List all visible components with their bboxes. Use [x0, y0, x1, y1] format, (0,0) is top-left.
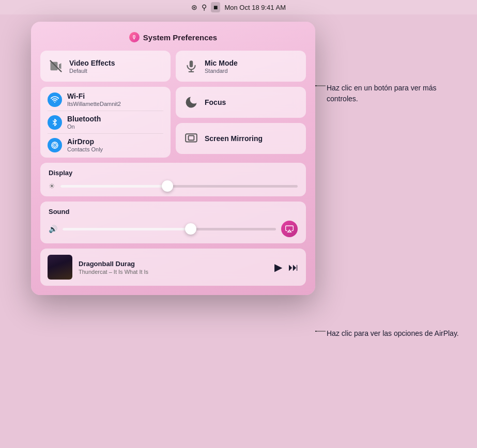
song-info: Dragonball Durag Thundercat – It Is What…	[79, 260, 268, 275]
volume-track[interactable]	[63, 228, 276, 230]
screen-mirroring-info: Screen Mirroring	[205, 134, 263, 143]
airdrop-info: AirDrop Contacts Only	[67, 137, 103, 152]
mic-mode-icon	[183, 58, 199, 74]
focus-info: Focus	[205, 98, 226, 106]
right-col: Focus Screen Mirroring	[176, 87, 306, 158]
wifi-icon-circle	[48, 92, 62, 107]
video-effects-title: Video Effects	[69, 59, 115, 67]
callout2-text: Haz clic para ver las opciones de AirPla…	[327, 328, 467, 339]
mic-mode-info: Mic Mode Standard	[205, 59, 238, 74]
mic-mode-card[interactable]: Mic Mode Standard	[176, 51, 306, 82]
menubar: ⊛ ⚲ ■ Mon Oct 18 9:41 AM	[0, 0, 477, 14]
brightness-fill	[60, 185, 167, 188]
svg-point-14	[315, 331, 317, 332]
top-grid-row: Video Effects Default Mic Mode	[40, 51, 306, 82]
focus-card[interactable]: Focus	[176, 87, 306, 118]
bluetooth-subtitle: On	[67, 123, 101, 130]
svg-marker-10	[288, 230, 291, 232]
video-effects-info: Video Effects Default	[69, 59, 115, 74]
bluetooth-info: Bluetooth On	[67, 115, 101, 130]
screen-mirroring-card[interactable]: Screen Mirroring	[176, 123, 306, 154]
mic-mode-title: Mic Mode	[205, 59, 238, 67]
song-title: Dragonball Durag	[79, 260, 268, 268]
video-effects-header: Video Effects Default	[48, 58, 163, 74]
svg-rect-1	[190, 60, 193, 67]
skip-button[interactable]: ⏭	[288, 261, 299, 273]
control-center-icon[interactable]: ■	[211, 2, 220, 12]
airplay-button[interactable]	[281, 221, 298, 237]
bluetooth-icon-circle	[48, 115, 62, 130]
focus-title: Focus	[205, 98, 226, 106]
callout-2: Haz clic para ver las opciones de AirPla…	[320, 328, 467, 339]
panel-title-row: 🎙 System Preferences	[40, 32, 306, 42]
panel-title: System Preferences	[143, 33, 217, 42]
screen-mirroring-header: Screen Mirroring	[183, 130, 299, 147]
brightness-track[interactable]	[60, 185, 298, 188]
wifi-item[interactable]: Wi-Fi ItsWillametteDamnit2	[48, 92, 163, 111]
wifi-info: Wi-Fi ItsWillametteDamnit2	[67, 92, 121, 107]
airdrop-subtitle: Contacts Only	[67, 146, 103, 152]
album-art	[48, 255, 72, 280]
mid-grid-row: Wi-Fi ItsWillametteDamnit2 Bluetooth On	[40, 87, 306, 158]
now-playing-section: Dragonball Durag Thundercat – It Is What…	[40, 249, 306, 286]
svg-point-4	[54, 101, 55, 102]
svg-point-12	[315, 85, 317, 86]
mic-mode-header: Mic Mode Standard	[183, 58, 299, 74]
menubar-center: ⊛ ⚲ ■ Mon Oct 18 9:41 AM	[191, 2, 286, 12]
svg-point-7	[54, 145, 55, 146]
screen-mirroring-title: Screen Mirroring	[205, 134, 263, 143]
airdrop-icon-circle	[48, 138, 62, 152]
display-label: Display	[49, 169, 298, 177]
playback-controls: ▶ ⏭	[274, 261, 299, 273]
focus-header: Focus	[183, 94, 299, 111]
sound-section: Sound 🔊	[40, 202, 306, 243]
svg-rect-9	[189, 136, 194, 141]
mic-mode-subtitle: Standard	[205, 68, 238, 74]
callout1-text: Haz clic en un botón para ver más contro…	[327, 83, 467, 104]
wifi-subtitle: ItsWillametteDamnit2	[67, 101, 121, 107]
brightness-icon: ☀	[49, 182, 55, 190]
menubar-time: Mon Oct 18 9:41 AM	[224, 4, 286, 11]
bluetooth-title: Bluetooth	[67, 115, 101, 123]
sound-label: Sound	[49, 208, 298, 215]
bluetooth-item[interactable]: Bluetooth On	[48, 111, 163, 134]
callout-1: Haz clic en un botón para ver más contro…	[320, 83, 467, 104]
video-effects-card[interactable]: Video Effects Default	[40, 51, 171, 82]
display-slider-row: ☀	[49, 182, 298, 190]
connectivity-group-card[interactable]: Wi-Fi ItsWillametteDamnit2 Bluetooth On	[40, 87, 171, 158]
volume-fill	[63, 228, 191, 230]
video-effects-icon	[48, 58, 64, 74]
focus-icon	[183, 94, 199, 111]
play-button[interactable]: ▶	[274, 261, 282, 273]
airdrop-item[interactable]: AirDrop Contacts Only	[48, 134, 163, 152]
volume-thumb	[185, 223, 196, 235]
video-effects-subtitle: Default	[69, 68, 115, 74]
screen-mirroring-icon	[183, 130, 199, 147]
airdrop-title: AirDrop	[67, 137, 103, 146]
brightness-thumb	[162, 180, 173, 192]
wifi-icon: ⊛	[191, 3, 197, 11]
song-artist: Thundercat – It Is What It Is	[79, 269, 268, 275]
panel-mic-icon: 🎙	[129, 32, 140, 42]
search-icon: ⚲	[202, 3, 207, 11]
system-preferences-panel: 🎙 System Preferences Video Effects Defau…	[31, 22, 315, 295]
volume-icon: 🔊	[49, 225, 57, 233]
display-section: Display ☀	[40, 163, 306, 196]
wifi-title: Wi-Fi	[67, 92, 121, 100]
sound-slider-row: 🔊	[49, 221, 298, 237]
